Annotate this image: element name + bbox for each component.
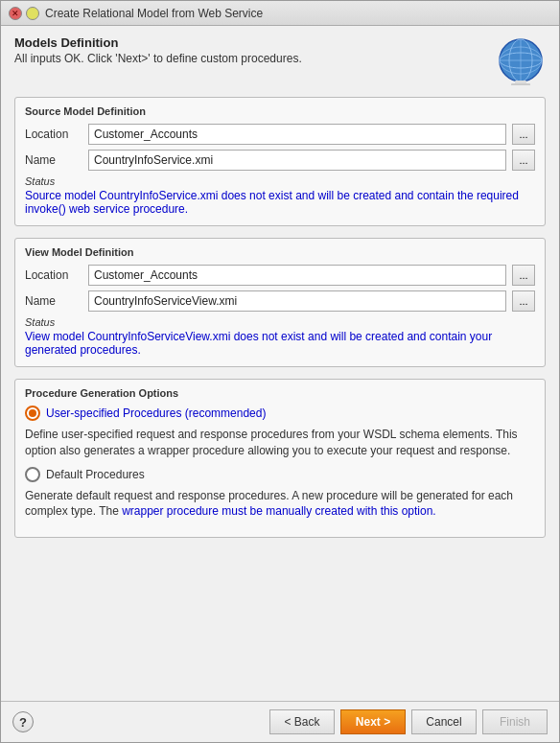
minimize-button[interactable] [26,7,39,20]
header-text: Models Definition All inputs OK. Click '… [14,35,488,65]
view-status-section: Status View model CountryInfoServiceView… [25,316,535,357]
option1-row: User-specified Procedures (recommended) [25,406,535,421]
source-status-label: Status [25,175,535,187]
option2-label[interactable]: Default Procedures [46,468,145,481]
source-model-section: Source Model Definition Location ... Nam… [14,97,546,226]
view-location-browse-button[interactable]: ... [512,265,535,286]
help-button[interactable]: ? [12,711,34,732]
footer-left: ? [12,711,34,732]
source-name-label: Name [25,153,82,167]
view-model-section: View Model Definition Location ... Name … [14,238,546,367]
procedure-section-title: Procedure Generation Options [25,387,535,399]
header-section: Models Definition All inputs OK. Click '… [14,35,546,85]
view-model-title: View Model Definition [25,246,535,258]
footer-right: < Back Next > Cancel Finish [269,709,548,734]
source-name-row: Name ... [25,150,535,171]
option1-radio[interactable] [25,406,40,421]
source-name-input[interactable] [88,150,506,171]
source-location-row: Location ... [25,124,535,145]
next-button[interactable]: Next > [340,709,406,734]
source-location-label: Location [25,128,82,141]
procedure-section: Procedure Generation Options User-specif… [14,379,546,538]
view-status-text: View model CountryInfoServiceView.xmi do… [25,330,535,357]
svg-rect-7 [511,83,530,85]
view-name-browse-button[interactable]: ... [512,290,535,312]
view-name-label: Name [25,294,82,308]
finish-button[interactable]: Finish [482,709,548,734]
main-content: Models Definition All inputs OK. Click '… [1,26,559,701]
source-location-input[interactable] [88,124,506,145]
view-name-row: Name ... [25,290,535,312]
cancel-button[interactable]: Cancel [411,709,477,734]
source-model-title: Source Model Definition [25,105,535,117]
view-name-input[interactable] [88,290,506,312]
title-bar: ✕ Create Relational Model from Web Servi… [1,1,559,26]
option2-row: Default Procedures [25,467,535,482]
models-def-title: Models Definition [14,35,488,50]
view-location-row: Location ... [25,265,535,286]
option2-radio[interactable] [25,467,40,482]
option2-description: Generate default request and response pr… [25,488,535,521]
option1-label[interactable]: User-specified Procedures (recommended) [46,406,266,420]
source-name-browse-button[interactable]: ... [512,150,535,171]
window-controls: ✕ [9,7,39,20]
option1-description: Define user-specified request and respon… [25,427,535,459]
window-title: Create Relational Model from Web Service [45,7,263,20]
back-button[interactable]: < Back [269,709,335,734]
close-button[interactable]: ✕ [9,7,22,20]
main-window: ✕ Create Relational Model from Web Servi… [0,0,560,743]
source-status-text: Source model CountryInfoService.xmi does… [25,189,535,216]
view-location-input[interactable] [88,265,506,286]
source-status-section: Status Source model CountryInfoService.x… [25,175,535,216]
source-location-browse-button[interactable]: ... [512,124,535,145]
header-subtitle: All inputs OK. Click 'Next>' to define c… [14,52,488,65]
view-location-label: Location [25,268,82,282]
footer: ? < Back Next > Cancel Finish [1,701,559,742]
globe-icon [496,35,546,85]
view-status-label: Status [25,316,535,328]
